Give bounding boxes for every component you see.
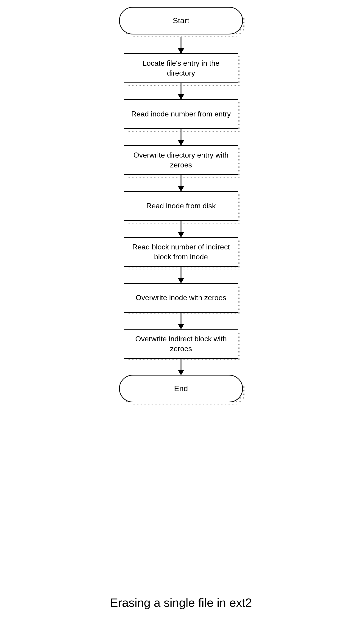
node-label: Overwrite directory entry with zeroes bbox=[131, 150, 231, 170]
node-label: Read block number of indirect block from… bbox=[131, 242, 231, 262]
process-node-read-block-number: Read block number of indirect block from… bbox=[124, 237, 238, 267]
process-node-locate: Locate file's entry in the directory bbox=[124, 53, 238, 83]
diagram-caption: Erasing a single file in ext2 bbox=[110, 596, 252, 610]
node-label: Locate file's entry in the directory bbox=[131, 58, 231, 78]
terminator-end: End bbox=[119, 375, 243, 402]
node-label: Overwrite indirect block with zeroes bbox=[131, 334, 231, 354]
process-box: Read inode number from entry bbox=[124, 99, 238, 129]
process-box: Read inode from disk bbox=[124, 191, 238, 221]
process-node-overwrite-entry: Overwrite directory entry with zeroes bbox=[124, 145, 238, 175]
process-box: Overwrite directory entry with zeroes bbox=[124, 145, 238, 175]
node-label: Overwrite inode with zeroes bbox=[136, 293, 226, 303]
node-label: Start bbox=[173, 16, 189, 26]
process-node-overwrite-indirect: Overwrite indirect block with zeroes bbox=[124, 329, 238, 359]
end-node: End bbox=[119, 375, 243, 402]
process-box: Overwrite inode with zeroes bbox=[124, 283, 238, 313]
node-label: End bbox=[174, 383, 188, 394]
start-node: Start bbox=[119, 7, 243, 34]
process-node-read-inode-number: Read inode number from entry bbox=[124, 99, 238, 129]
node-label: Read inode from disk bbox=[146, 201, 216, 211]
node-label: Read inode number from entry bbox=[131, 109, 231, 119]
process-box: Locate file's entry in the directory bbox=[124, 53, 238, 83]
flowchart-container: Start Locate file's entry in the directo… bbox=[119, 7, 243, 402]
flow-arrow bbox=[181, 37, 181, 53]
terminator-start: Start bbox=[119, 7, 243, 34]
process-node-read-inode-disk: Read inode from disk bbox=[124, 191, 238, 221]
process-node-overwrite-inode: Overwrite inode with zeroes bbox=[124, 283, 238, 313]
process-box: Read block number of indirect block from… bbox=[124, 237, 238, 267]
process-box: Overwrite indirect block with zeroes bbox=[124, 329, 238, 359]
